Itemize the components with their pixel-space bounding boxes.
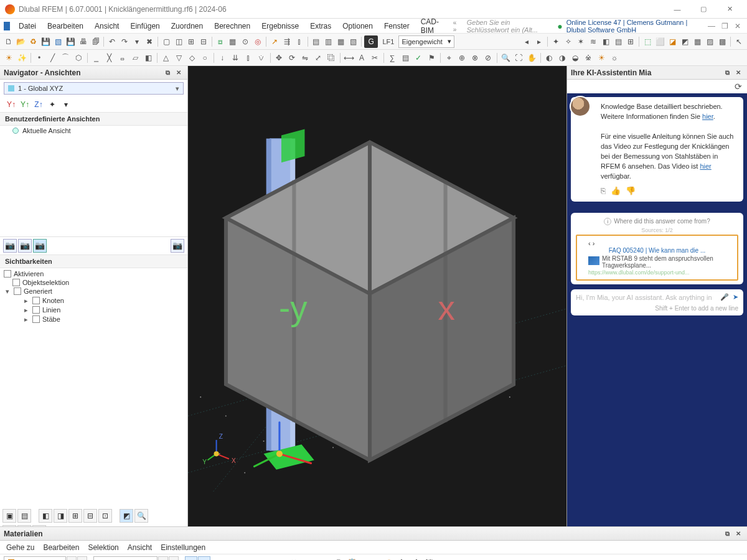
thumbsdown-icon[interactable]: 👎 — [626, 185, 636, 197]
row-objsel[interactable]: Objektselektion — [4, 278, 184, 287]
nb5-icon[interactable]: ⊞ — [68, 509, 82, 523]
t2-check-icon[interactable]: ✓ — [412, 52, 425, 64]
cb-lines-icon[interactable] — [32, 306, 40, 314]
minimize-button[interactable]: — — [665, 2, 690, 17]
mat-menu-view[interactable]: Ansicht — [128, 543, 152, 552]
axis-more-icon[interactable]: ▾ — [60, 98, 72, 111]
chat-refresh-icon[interactable]: ⟳ — [735, 82, 742, 91]
block-icon[interactable]: ▧ — [52, 35, 64, 48]
maximize-button[interactable]: ▢ — [691, 2, 716, 17]
calc4-icon[interactable]: ▧ — [347, 35, 359, 48]
mat-b4-icon[interactable]: ▧ — [256, 556, 268, 561]
t2-fit-icon[interactable]: ⛶ — [512, 52, 525, 64]
t2-move-icon[interactable]: ✥ — [273, 52, 285, 64]
loads-icon[interactable]: ⫿ — [293, 35, 305, 48]
keyword-search[interactable]: Geben Sie ein Schlüsselwort ein (Alt... — [463, 19, 553, 34]
row-activate[interactable]: Aktivieren — [4, 269, 184, 278]
axis-x-icon[interactable]: Y↑ — [5, 98, 17, 111]
t2-poly-icon[interactable]: ⬡ — [72, 52, 85, 64]
row-generated[interactable]: ▾Generiert — [4, 287, 184, 296]
t2-m3-icon[interactable]: ⊗ — [469, 52, 481, 64]
mat-menu-sel[interactable]: Selektion — [88, 543, 118, 552]
chat-pin-icon[interactable]: ⧉ — [722, 68, 732, 78]
view-color-icon[interactable]: ◪ — [667, 35, 679, 48]
mat-menu-edit[interactable]: Bearbeiten — [43, 543, 79, 552]
axis-y-icon[interactable]: Y↑ — [19, 98, 31, 111]
mat-b3-icon[interactable]: ▦ — [243, 556, 255, 561]
cb-nodes-icon[interactable] — [32, 297, 40, 304]
t2-sup1-icon[interactable]: △ — [159, 52, 172, 64]
print-icon[interactable]: 🖶 — [77, 35, 89, 48]
child-close-icon[interactable]: ✕ — [732, 22, 743, 30]
cam-delete-icon[interactable]: 📷 — [171, 239, 184, 253]
t2-pan-icon[interactable]: ✋ — [525, 52, 538, 64]
view-wf-icon[interactable]: ▦ — [692, 35, 703, 48]
mat-pin-icon[interactable]: ⧉ — [722, 529, 732, 539]
window2-icon[interactable]: ◫ — [173, 35, 185, 48]
cam2-icon[interactable]: 📷 — [18, 239, 32, 253]
cb-gen-icon[interactable] — [14, 287, 21, 295]
cam1-icon[interactable]: 📷 — [3, 239, 17, 253]
chat-input[interactable]: Hi, I'm Mia, your AI assistant. Ask anyt… — [576, 294, 716, 301]
t2-m1-icon[interactable]: ⌖ — [443, 52, 455, 64]
t2-line-icon[interactable]: ╱ — [46, 52, 59, 64]
open-icon[interactable]: 📂 — [15, 35, 27, 48]
res6-icon[interactable]: ▤ — [613, 35, 624, 48]
mat-nav-prev2[interactable]: ◂ — [158, 556, 168, 561]
mat-nav-next2[interactable]: ▸ — [169, 556, 179, 561]
t2-note-icon[interactable]: ▤ — [399, 52, 411, 64]
search-expand-icon[interactable]: « » — [451, 19, 462, 33]
expand-n-icon[interactable]: ▸ — [22, 297, 30, 305]
cursor-icon[interactable]: ↖ — [733, 35, 745, 48]
mat-menu-goto[interactable]: Gehe zu — [6, 543, 34, 552]
mat-export-icon[interactable]: ⊡ — [467, 556, 479, 561]
nb3-icon[interactable]: ◧ — [39, 509, 52, 523]
mat-fn1-icon[interactable]: f — [409, 556, 421, 561]
t2-arc-icon[interactable]: ⌒ — [59, 52, 72, 64]
cb-activate-icon[interactable] — [4, 270, 11, 278]
axis-z-icon[interactable]: Z↑ — [32, 98, 45, 111]
t2-magic-icon[interactable]: ✨ — [16, 52, 28, 64]
child-restore-icon[interactable]: ❐ — [719, 22, 731, 30]
t2-vis4-icon[interactable]: ※ — [582, 52, 594, 64]
arrows-icon[interactable]: ⇶ — [281, 35, 293, 48]
recycle-icon[interactable]: ♻ — [27, 35, 39, 48]
view-solid-icon[interactable]: ◩ — [679, 35, 691, 48]
view-x-icon[interactable]: ▩ — [716, 35, 728, 48]
view-iso-icon[interactable]: ⬚ — [642, 35, 654, 48]
menu-edit[interactable]: Bearbeiten — [42, 21, 88, 32]
cancel-icon[interactable]: ✖ — [144, 35, 156, 48]
mat-undo-icon[interactable]: ↶ — [306, 556, 319, 561]
send-icon[interactable]: ➤ — [733, 293, 738, 301]
view-tex-icon[interactable]: ▨ — [704, 35, 716, 48]
kb-link[interactable]: hier — [702, 113, 713, 120]
undo-icon[interactable]: ↶ — [106, 35, 118, 48]
menu-view[interactable]: Ansicht — [90, 21, 124, 32]
nb6-icon[interactable]: ⊟ — [83, 509, 97, 523]
t2-load1-icon[interactable]: ↓ — [216, 52, 228, 64]
t2-mirror-icon[interactable]: ⇋ — [299, 52, 311, 64]
t2-member-icon[interactable]: ⎯ — [90, 52, 102, 64]
item-current-view[interactable]: Aktuelle Ansicht — [0, 126, 187, 136]
t2-text-icon[interactable]: A — [355, 52, 368, 64]
res2-icon[interactable]: ✧ — [563, 35, 575, 48]
nb1-icon[interactable]: ▣ — [2, 509, 16, 523]
row-members[interactable]: ▸Stäbe — [4, 315, 184, 324]
redo-icon[interactable]: ↷ — [119, 35, 131, 48]
child-minimize-icon[interactable]: — — [705, 22, 718, 30]
t2-zoom-icon[interactable]: 🔍 — [499, 52, 512, 64]
row-lines[interactable]: ▸Linien — [4, 306, 184, 315]
mat-b2-icon[interactable]: ▥ — [230, 556, 242, 561]
source-card[interactable]: ‹ › FAQ 005240 | Wie kann man die ... Mi… — [576, 235, 738, 281]
mat-b1-icon[interactable]: ▤ — [217, 556, 229, 561]
menu-results[interactable]: Ergebnisse — [256, 21, 304, 32]
loadcase-dropdown[interactable]: Eigengewicht▾ — [398, 35, 454, 48]
t2-truss-icon[interactable]: ╳ — [103, 52, 115, 64]
t2-vis5-icon[interactable]: ☀ — [595, 52, 608, 64]
t2-vis3-icon[interactable]: ◒ — [569, 52, 581, 64]
app-menu-icon[interactable] — [4, 22, 10, 30]
nb8-icon[interactable]: ◩ — [120, 509, 133, 523]
t2-calc-icon[interactable]: ∑ — [386, 52, 398, 64]
cb-members-icon[interactable] — [32, 315, 40, 323]
copy-icon[interactable]: ⎘ — [601, 185, 606, 197]
